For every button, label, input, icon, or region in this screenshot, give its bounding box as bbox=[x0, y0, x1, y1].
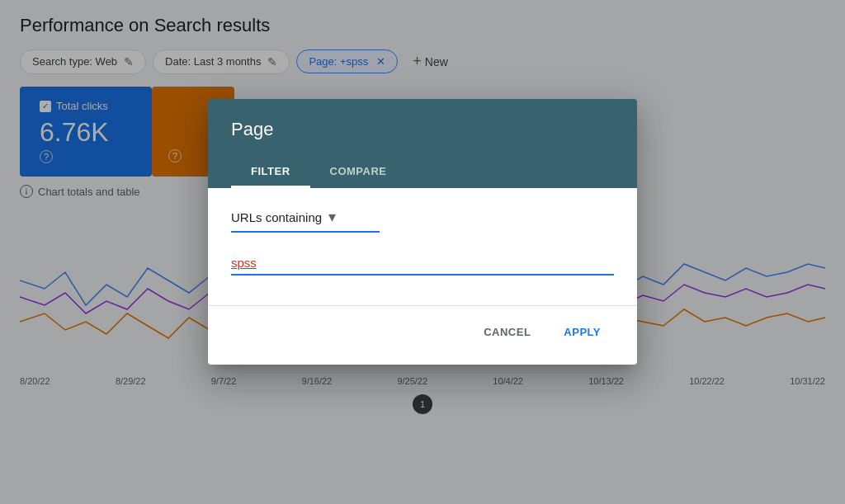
apply-button[interactable]: APPLY bbox=[550, 319, 614, 345]
modal-body: URLs containing ▾ CANCEL APPLY bbox=[208, 188, 637, 365]
background-page: Performance on Search results Search typ… bbox=[0, 0, 845, 504]
cancel-button[interactable]: CANCEL bbox=[470, 319, 544, 345]
dropdown-arrow-icon: ▾ bbox=[328, 208, 336, 226]
filter-value-input[interactable] bbox=[231, 256, 614, 270]
filter-input-row bbox=[231, 256, 614, 276]
modal-dialog: Page Filter Compare URLs containing ▾ bbox=[208, 99, 637, 365]
spacer bbox=[231, 289, 614, 305]
modal-actions: CANCEL APPLY bbox=[231, 319, 614, 345]
modal-divider bbox=[208, 305, 637, 306]
modal-title: Page bbox=[231, 119, 614, 140]
filter-type-row: URLs containing ▾ bbox=[231, 208, 614, 233]
filter-type-value: URLs containing bbox=[231, 210, 322, 224]
tab-filter[interactable]: Filter bbox=[231, 157, 310, 188]
modal-header: Page Filter Compare bbox=[208, 99, 637, 188]
filter-type-select[interactable]: URLs containing ▾ bbox=[231, 208, 380, 233]
tab-compare[interactable]: Compare bbox=[310, 157, 407, 188]
modal-tabs: Filter Compare bbox=[231, 157, 614, 188]
